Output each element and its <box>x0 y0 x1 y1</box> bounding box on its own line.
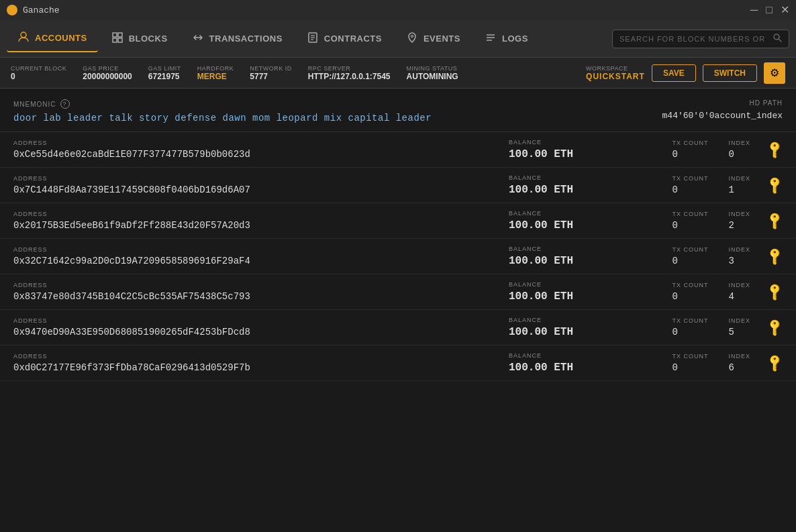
balance-label-0: BALANCE <box>509 139 616 146</box>
index-label-4: INDEX <box>728 282 750 288</box>
account-address-4: 0x83747e80d3745B104C2C5cBc535AF75438C5c7… <box>13 291 509 302</box>
tx-count-stat-2: TX COUNT 0 <box>672 211 708 231</box>
account-address-1: 0x7C1448Fd8Aa739E117459C808f0406bD169d6A… <box>13 184 509 195</box>
settings-button[interactable]: ⚙ <box>764 62 785 84</box>
index-stat-6: INDEX 6 <box>728 353 750 373</box>
close-button[interactable]: ✕ <box>781 5 789 15</box>
rpc-server-value: HTTP://127.0.0.1:7545 <box>308 72 391 81</box>
account-balance-section-0: BALANCE 100.00 ETH <box>509 139 616 160</box>
address-label-4: ADDRESS <box>13 282 509 288</box>
address-label-2: ADDRESS <box>13 211 509 217</box>
balance-label-2: BALANCE <box>509 210 616 217</box>
index-label-1: INDEX <box>728 175 750 182</box>
key-icon-0[interactable]: 🔑 <box>764 139 785 160</box>
contracts-label: CONTRACTS <box>324 34 382 44</box>
account-info-3: ADDRESS 0x32C71642c99a2D0cD19A7209658589… <box>13 246 509 266</box>
transactions-icon <box>192 32 204 46</box>
nav-contracts[interactable]: CONTRACTS <box>296 26 393 52</box>
key-icon-2[interactable]: 🔑 <box>764 210 785 231</box>
key-icon-1[interactable]: 🔑 <box>764 174 785 195</box>
hardfork-label: HARDFORK <box>197 65 234 72</box>
index-label-2: INDEX <box>728 211 750 217</box>
help-icon[interactable]: ? <box>60 99 70 109</box>
save-button[interactable]: SAVE <box>652 64 696 82</box>
index-stat-0: INDEX 0 <box>728 140 750 160</box>
account-balance-section-4: BALANCE 100.00 ETH <box>509 281 616 303</box>
index-label-0: INDEX <box>728 140 750 146</box>
mnemonic-left: MNEMONIC ? door lab leader talk story de… <box>13 99 662 123</box>
minimize-button[interactable]: ─ <box>750 5 758 15</box>
svg-rect-4 <box>118 38 122 42</box>
search-bar[interactable] <box>612 30 789 48</box>
balance-label-3: BALANCE <box>509 246 616 252</box>
mining-status-info: MINING STATUS AUTOMINING <box>407 65 458 81</box>
balance-label-4: BALANCE <box>509 281 616 288</box>
events-icon <box>406 32 418 46</box>
tx-count-stat-4: TX COUNT 0 <box>672 282 708 302</box>
tx-count-stat-3: TX COUNT 0 <box>672 246 708 266</box>
workspace-label: WORKSPACE <box>586 65 645 72</box>
network-id-info: NETWORK ID 5777 <box>250 65 292 81</box>
account-info-2: ADDRESS 0x20175B3Ed5eeB61f9aDf2Ff288E43d… <box>13 211 509 231</box>
tx-count-value-3: 0 <box>672 256 708 266</box>
index-stat-2: INDEX 2 <box>728 211 750 231</box>
mining-status-value: AUTOMINING <box>407 72 458 81</box>
events-label: EVENTS <box>424 34 460 44</box>
address-label-3: ADDRESS <box>13 246 509 253</box>
logs-icon <box>485 32 497 46</box>
maximize-button[interactable]: □ <box>766 5 773 15</box>
nav-blocks[interactable]: BLOCKS <box>101 26 179 52</box>
account-row: ADDRESS 0x20175B3Ed5eeB61f9aDf2Ff288E43d… <box>0 203 796 239</box>
nav-logs[interactable]: LOGS <box>474 26 539 52</box>
search-input[interactable] <box>619 35 767 43</box>
mining-status-label: MINING STATUS <box>407 65 458 72</box>
account-stats-4: TX COUNT 0 INDEX 4 <box>616 282 750 302</box>
account-balance-section-1: BALANCE 100.00 ETH <box>509 174 616 196</box>
account-info-6: ADDRESS 0xd0C27177E96f373FfDba78CaF02964… <box>13 353 509 373</box>
tx-count-label-3: TX COUNT <box>672 246 708 253</box>
current-block-info: CURRENT BLOCK 0 <box>11 65 66 81</box>
switch-button[interactable]: SWITCH <box>703 64 757 82</box>
balance-label-5: BALANCE <box>509 317 616 323</box>
infobar: CURRENT BLOCK 0 GAS PRICE 20000000000 GA… <box>0 58 796 89</box>
account-info-1: ADDRESS 0x7C1448Fd8Aa739E117459C808f0406… <box>13 175 509 195</box>
account-info-5: ADDRESS 0x9470eD90A33E950D680851900265dF… <box>13 317 509 337</box>
account-stats-6: TX COUNT 0 INDEX 6 <box>616 353 750 373</box>
workspace-info: WORKSPACE QUICKSTART <box>586 65 645 81</box>
tx-count-stat-1: TX COUNT 0 <box>672 175 708 195</box>
index-label-5: INDEX <box>728 317 750 324</box>
gas-price-value: 20000000000 <box>83 72 132 81</box>
balance-label-6: BALANCE <box>509 352 616 359</box>
search-icon <box>773 33 782 45</box>
key-icon-6[interactable]: 🔑 <box>764 352 785 373</box>
accounts-label: ACCOUNTS <box>35 33 87 43</box>
account-balance-section-5: BALANCE 100.00 ETH <box>509 317 616 338</box>
key-icon-3[interactable]: 🔑 <box>764 246 785 266</box>
tx-count-value-1: 0 <box>672 184 708 195</box>
account-stats-2: TX COUNT 0 INDEX 2 <box>616 211 750 231</box>
account-address-2: 0x20175B3Ed5eeB61f9aDf2Ff288E43d20F57A20… <box>13 220 509 231</box>
nav-accounts[interactable]: ACCOUNTS <box>7 25 98 52</box>
key-icon-4[interactable]: 🔑 <box>764 281 785 302</box>
transactions-label: TRANSACTIONS <box>209 34 283 44</box>
balance-value-2: 100.00 ETH <box>509 219 616 231</box>
address-label-6: ADDRESS <box>13 353 509 360</box>
svg-point-9 <box>411 35 413 37</box>
svg-rect-2 <box>118 33 122 37</box>
account-stats-5: TX COUNT 0 INDEX 5 <box>616 317 750 337</box>
account-address-0: 0xCe55d4e6e02caBdE1E077F377477B579b0b062… <box>13 149 509 160</box>
index-stat-5: INDEX 5 <box>728 317 750 337</box>
gas-limit-label: GAS LIMIT <box>148 65 181 72</box>
nav-events[interactable]: EVENTS <box>395 26 471 52</box>
blocks-icon <box>111 32 123 46</box>
index-label-6: INDEX <box>728 353 750 360</box>
logs-label: LOGS <box>502 34 528 44</box>
gear-icon: ⚙ <box>770 66 779 79</box>
nav-transactions[interactable]: TRANSACTIONS <box>181 26 293 52</box>
rpc-server-label: RPC SERVER <box>308 65 391 72</box>
tx-count-label-4: TX COUNT <box>672 282 708 288</box>
app-icon <box>7 5 17 15</box>
balance-label-1: BALANCE <box>509 174 616 181</box>
mnemonic-right: HD PATH m44'60'0'0account_index <box>662 99 783 121</box>
key-icon-5[interactable]: 🔑 <box>764 317 785 337</box>
